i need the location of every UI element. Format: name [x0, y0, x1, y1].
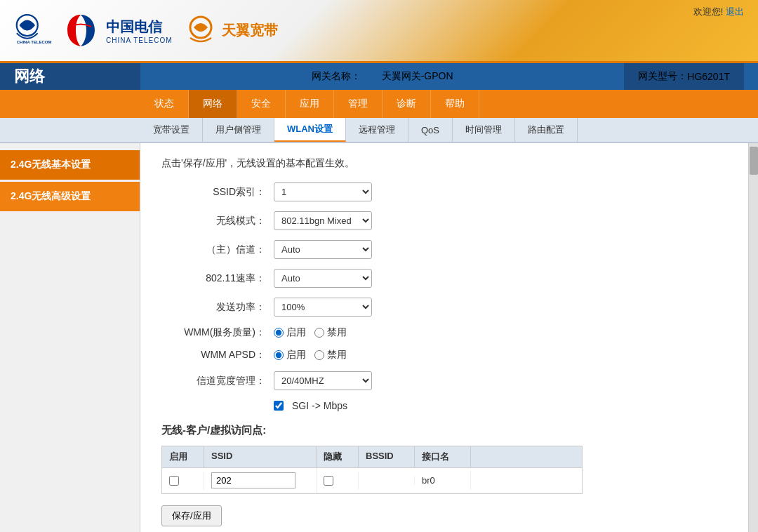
save-button[interactable]: 保存/应用 [161, 505, 222, 526]
sidebar-item-24g-basic[interactable]: 2.4G无线基本设置 [0, 150, 140, 180]
rate-control: Auto [274, 269, 372, 288]
nav-sub-user[interactable]: 用户侧管理 [203, 118, 274, 142]
rate-row: 802.11速率： Auto [161, 269, 727, 288]
nav-sub-route[interactable]: 路由配置 [515, 118, 578, 142]
wmm-disable-label[interactable]: 禁用 [314, 326, 347, 339]
virtual-ap-table: 启用 SSID 隐藏 BSSID 接口名 br0 [161, 446, 583, 494]
wireless-mode-select[interactable]: 802.11bgn Mixed 802.11b only 802.11g onl… [274, 211, 372, 230]
apsd-enable-radio[interactable] [274, 350, 284, 360]
scroll-thumb[interactable] [750, 147, 758, 175]
power-control: 100% 75% 50% 25% [274, 298, 372, 317]
china-telecom-logo: CHINA TELECOM 中国电信 CHINA TELECOM [14, 11, 173, 50]
china-telecom-en: CHINA TELECOM [106, 36, 173, 44]
nav-sub-time[interactable]: 时间管理 [453, 118, 515, 142]
vt-cell-interface: br0 [415, 471, 471, 490]
welcome-text: 欢迎您! [693, 6, 724, 17]
wmm-disable-text: 禁用 [327, 326, 347, 339]
svg-text:CHINA TELECOM: CHINA TELECOM [17, 40, 52, 44]
vt-header-interface: 接口名 [415, 446, 471, 467]
nav-top-bar: 网络 网关名称： 天翼网关-GPON 网关型号： HG6201T [0, 63, 758, 90]
wmm-enable-text: 启用 [286, 326, 306, 339]
apsd-disable-text: 禁用 [327, 349, 347, 361]
wireless-mode-row: 无线模式： 802.11bgn Mixed 802.11b only 802.1… [161, 211, 727, 230]
page-title: 网络 [14, 66, 45, 87]
hidden-checkbox[interactable] [324, 476, 333, 486]
apsd-enable-label[interactable]: 启用 [274, 349, 306, 361]
hint-text: 点击'保存/应用'，无线设置的基本配置生效。 [161, 157, 727, 170]
wmm-enable-label[interactable]: 启用 [274, 326, 306, 339]
nav-item-help[interactable]: 帮助 [431, 90, 479, 118]
power-row: 发送功率： 100% 75% 50% 25% [161, 298, 727, 317]
channel-row: （主）信道： Auto 1 6 11 [161, 240, 727, 259]
rate-select[interactable]: Auto [274, 269, 372, 288]
power-label: 发送功率： [161, 301, 274, 314]
nav-item-status[interactable]: 状态 [140, 90, 189, 118]
gateway-name-value: 天翼网关-GPON [382, 70, 453, 83]
nav-sub-broadband[interactable]: 宽带设置 [140, 118, 203, 142]
vt-header-bssid: BSSID [359, 446, 415, 467]
vt-header-ssid: SSID [204, 446, 317, 467]
wmm-row: WMM(服务质量)： 启用 禁用 [161, 326, 727, 339]
tianyi-logo: 天翼宽带 [183, 13, 278, 48]
vt-header-enable: 启用 [162, 446, 204, 467]
nav-item-manage[interactable]: 管理 [334, 90, 383, 118]
wireless-mode-label: 无线模式： [161, 215, 274, 227]
logout-link[interactable]: 退出 [726, 6, 744, 17]
gateway-name-label: 网关名称： [312, 70, 361, 83]
channel-label: （主）信道： [161, 244, 274, 256]
apsd-disable-radio[interactable] [314, 350, 324, 360]
tianyi-text: 天翼宽带 [222, 21, 278, 40]
main-layout: 2.4G无线基本设置 2.4G无线高级设置 点击'保存/应用'，无线设置的基本配… [0, 143, 758, 532]
wmm-disable-radio[interactable] [314, 328, 324, 338]
sidebar: 2.4G无线基本设置 2.4G无线高级设置 [0, 143, 140, 532]
nav-item-diagnose[interactable]: 诊断 [383, 90, 431, 118]
apsd-enable-text: 启用 [286, 349, 306, 361]
ssid-index-control: 1 2 3 4 [274, 182, 372, 201]
gateway-info: 网关名称： 天翼网关-GPON [140, 70, 624, 83]
apsd-disable-label[interactable]: 禁用 [314, 349, 347, 361]
bandwidth-label: 信道宽度管理： [161, 375, 274, 387]
vt-cell-ssid [204, 468, 317, 493]
nav-sub-wlan[interactable]: WLAN设置 [274, 118, 346, 142]
bandwidth-control: 20/40MHZ 20MHZ 40MHZ [274, 371, 372, 390]
china-telecom-text: 中国电信 [106, 18, 173, 36]
vt-header-hidden: 隐藏 [317, 446, 359, 467]
apsd-row: WMM APSD： 启用 禁用 [161, 349, 727, 361]
ssid-input[interactable] [211, 472, 295, 488]
sgi-row: SGI -> Mbps [274, 400, 727, 411]
nav-item-network[interactable]: 网络 [189, 90, 237, 118]
sidebar-item-24g-advanced[interactable]: 2.4G无线高级设置 [0, 182, 140, 211]
ct-symbol [62, 11, 100, 50]
telecom-icon: CHINA TELECOM [14, 11, 56, 50]
nav-sub-remote[interactable]: 远程管理 [346, 118, 408, 142]
nav-item-security[interactable]: 安全 [237, 90, 286, 118]
gateway-type-value: HG6201T [687, 71, 730, 82]
gateway-type-section: 网关型号： HG6201T [624, 63, 744, 90]
ssid-index-select[interactable]: 1 2 3 4 [274, 182, 372, 201]
nav-sub-qos[interactable]: QoS [408, 118, 453, 142]
wmm-enable-radio[interactable] [274, 328, 284, 338]
vt-header: 启用 SSID 隐藏 BSSID 接口名 [162, 446, 582, 468]
nav-item-apps[interactable]: 应用 [286, 90, 334, 118]
channel-select[interactable]: Auto 1 6 11 [274, 240, 372, 259]
gateway-type-label: 网关型号： [638, 70, 687, 83]
ssid-index-label: SSID索引： [161, 186, 274, 199]
apsd-label: WMM APSD： [161, 349, 274, 361]
welcome-bar: 欢迎您! 退出 [693, 6, 744, 18]
wmm-label: WMM(服务质量)： [161, 326, 274, 339]
nav-sub: 宽带设置 用户侧管理 WLAN设置 远程管理 QoS 时间管理 路由配置 [0, 118, 758, 143]
sgi-checkbox[interactable] [274, 401, 284, 411]
content-area: 点击'保存/应用'，无线设置的基本配置生效。 SSID索引： 1 2 3 4 无… [140, 143, 748, 532]
scrollbar[interactable] [748, 143, 758, 532]
ssid-index-row: SSID索引： 1 2 3 4 [161, 182, 727, 201]
tianyi-icon [183, 13, 218, 48]
apsd-control: 启用 禁用 [274, 349, 347, 361]
vt-cell-enable [162, 472, 204, 490]
power-select[interactable]: 100% 75% 50% 25% [274, 298, 372, 317]
bandwidth-select[interactable]: 20/40MHZ 20MHZ 40MHZ [274, 371, 372, 390]
vt-cell-bssid [359, 477, 415, 485]
sgi-text: SGI -> Mbps [292, 400, 347, 411]
header: CHINA TELECOM 中国电信 CHINA TELECOM 天翼宽带 欢迎… [0, 0, 758, 63]
row-enable-checkbox[interactable] [169, 476, 179, 486]
wireless-mode-control: 802.11bgn Mixed 802.11b only 802.11g onl… [274, 211, 372, 230]
